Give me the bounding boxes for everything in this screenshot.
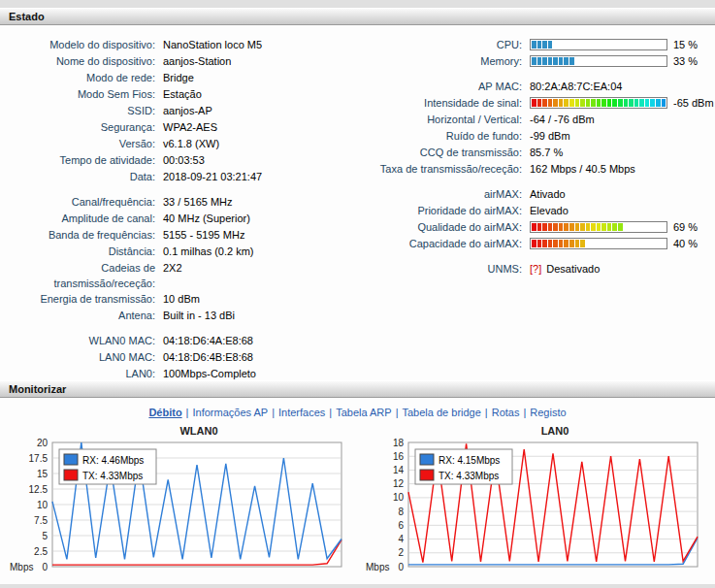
status-row: Horizontal / Vertical:-64 / -76 dBm	[355, 112, 711, 128]
meter-segment	[612, 57, 617, 65]
field-label: AP MAC:	[355, 79, 530, 94]
meter-segment	[559, 57, 564, 65]
top-margin	[0, 0, 715, 8]
monitor-panel: Débito|Informações AP|Interfaces|Tabela …	[0, 398, 715, 584]
meter-segment	[564, 99, 569, 107]
field-label: WLAN0 MAC:	[0, 333, 163, 348]
field-label: Versão:	[0, 136, 163, 151]
field-value: 33 %	[530, 53, 698, 69]
tab-registo[interactable]: Registo	[530, 407, 566, 418]
field-value: WPA2-AES	[163, 119, 217, 135]
field-label: Amplitude de canal:	[0, 211, 163, 226]
meter-segment	[601, 41, 606, 49]
tab-debito[interactable]: Débito	[148, 407, 181, 418]
signal-strength-meter	[530, 97, 667, 109]
chart-title-wlan0: WLAN0	[6, 425, 353, 437]
status-row: Canal/frequência:33 / 5165 MHz	[0, 194, 355, 211]
field-label: Modo de rede:	[0, 70, 163, 85]
meter-segment	[624, 99, 629, 107]
meter-segment	[586, 99, 591, 107]
status-row: Prioridade do airMAX:Elevado	[355, 203, 711, 219]
meter-segment	[656, 57, 661, 65]
svg-text:20: 20	[37, 438, 49, 448]
meter-segment	[612, 99, 617, 107]
chart-title-lan0: LAN0	[362, 425, 709, 437]
memory-meter	[530, 55, 667, 67]
status-row: Modo de rede:Bridge	[0, 70, 355, 86]
status-row: WLAN0 MAC:04:18:D6:4A:E8:68	[0, 333, 355, 349]
meter-value: -65 dBm	[673, 95, 714, 111]
meter-segment	[650, 223, 655, 231]
meter-segment	[564, 240, 569, 247]
svg-text:2: 2	[398, 547, 404, 558]
meter-segment	[542, 99, 547, 107]
meter-segment	[618, 223, 623, 231]
meter-segment	[629, 223, 634, 231]
status-row: Banda de frequências:5155 - 5195 MHz	[0, 227, 355, 244]
field-label: UNMS:	[355, 261, 530, 277]
field-label: CPU:	[355, 37, 530, 52]
svg-text:6: 6	[398, 520, 404, 531]
status-row: Qualidade do airMAX:69 %	[355, 219, 711, 236]
field-value-text: Desativado	[546, 261, 600, 277]
meter-segment	[575, 240, 580, 247]
meter-segment	[645, 240, 650, 247]
meter-segment	[629, 41, 634, 49]
field-value: 100Mbps-Completo	[163, 366, 256, 381]
svg-text:TX: 4.33Mbps: TX: 4.33Mbps	[82, 471, 143, 481]
meter-segment	[553, 99, 558, 107]
field-value: v6.1.8 (XW)	[163, 136, 219, 151]
tab-rotas[interactable]: Rotas	[492, 407, 520, 418]
meter-segment	[607, 57, 612, 65]
meter-segment	[575, 223, 580, 231]
field-value: 2018-09-21 03:21:47	[163, 169, 262, 184]
status-row: Taxa de transmissão/receção:162 Mbps / 4…	[355, 161, 711, 178]
field-value: 10 dBm	[163, 291, 200, 307]
field-value: -64 / -76 dBm	[530, 112, 595, 127]
meter-segment	[662, 57, 666, 65]
meter-segment	[662, 99, 666, 107]
meter-segment	[559, 240, 564, 247]
svg-text:TX: 4.33Mbps: TX: 4.33Mbps	[439, 471, 499, 481]
meter-segment	[553, 240, 558, 247]
svg-text:15: 15	[37, 469, 49, 479]
meter-segment	[564, 223, 569, 231]
meter-segment	[624, 240, 629, 247]
meter-segment	[656, 99, 661, 107]
status-row: Energia de transmissão:10 dBm	[0, 291, 355, 308]
unms-help-link[interactable]: [?]	[530, 261, 541, 277]
status-row: Modo Sem Fios:Estação	[0, 86, 355, 103]
field-value: 162 Mbps / 40.5 Mbps	[530, 161, 635, 177]
field-value: 2X2	[163, 260, 182, 276]
tab-interfaces[interactable]: Interfaces	[278, 407, 325, 418]
field-label: Intensidade de sinal:	[355, 95, 530, 111]
field-label: LAN0:	[0, 366, 163, 381]
svg-text:RX: 4.15Mbps: RX: 4.15Mbps	[439, 455, 500, 466]
field-label: Ruído de fundo:	[355, 128, 530, 144]
meter-segment	[591, 41, 596, 49]
status-row: Distância:0.1 milhas (0.2 km)	[0, 244, 355, 260]
meter-segment	[601, 223, 606, 231]
tab-informacoes-ap[interactable]: Informações AP	[192, 407, 268, 418]
meter-segment	[575, 41, 580, 49]
svg-text:RX: 4.46Mbps: RX: 4.46Mbps	[82, 455, 144, 466]
tab-tabela-de-bridge[interactable]: Tabela de bridge	[403, 407, 481, 418]
meter-segment	[553, 57, 558, 65]
meter-segment	[601, 99, 606, 107]
tab-separator: |	[396, 407, 399, 418]
meter-segment	[542, 57, 547, 65]
field-label: Qualidade do airMAX:	[355, 219, 530, 235]
field-value: 04:18:D6:4A:E8:68	[163, 333, 253, 348]
meter-segment	[553, 41, 558, 49]
meter-segment	[650, 240, 655, 247]
meter-segment	[559, 223, 564, 231]
tab-tabela-arp[interactable]: Tabela ARP	[336, 407, 391, 418]
meter-segment	[553, 223, 558, 231]
status-row: LAN0 MAC:04:18:D6:4B:E8:68	[0, 349, 355, 366]
meter-segment	[656, 41, 661, 49]
status-row: airMAX:Ativado	[355, 186, 711, 203]
status-row: AP MAC:80:2A:A8:7C:EA:04	[355, 79, 711, 95]
meter-segment	[634, 41, 639, 49]
meter-segment	[607, 41, 612, 49]
svg-text:10: 10	[393, 492, 405, 503]
